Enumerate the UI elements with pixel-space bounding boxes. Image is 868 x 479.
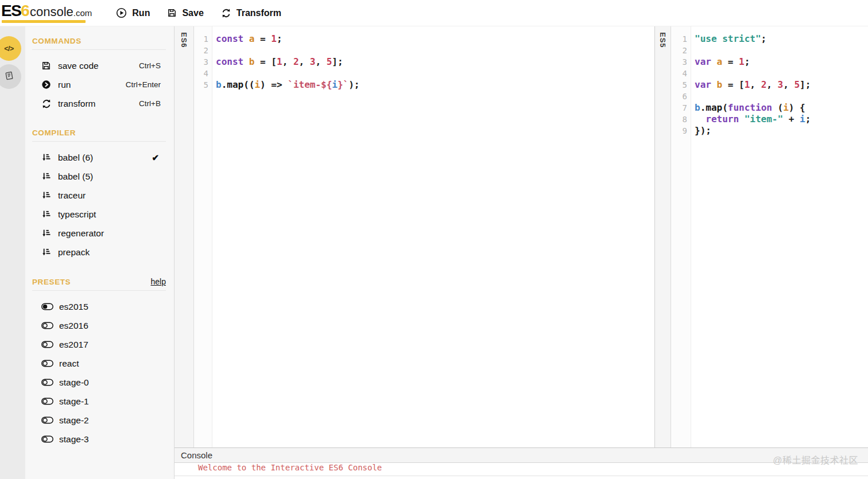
sort-icon	[41, 172, 58, 181]
sync-icon	[41, 99, 58, 109]
command-run[interactable]: runCtrl+Enter	[32, 75, 174, 94]
console-header[interactable]: Console	[175, 448, 868, 463]
toggle-off-icon	[41, 416, 59, 424]
compiler-label: babel (6)	[58, 153, 152, 163]
main-shell: </> COMMANDS save codeCtrl+SrunCtrl+Ente…	[0, 26, 868, 479]
line-number: 8	[671, 114, 687, 125]
logo-console: console	[30, 5, 73, 19]
logo[interactable]: ES6console.com	[1, 1, 94, 25]
compiler-label: typescript	[58, 209, 174, 220]
app-root: ES6console.com RunSaveTransform </> COMM…	[0, 0, 868, 26]
compiler-label: prepack	[58, 247, 174, 258]
code-line	[695, 91, 868, 102]
console-title: Console	[181, 450, 212, 460]
floppy-icon	[41, 61, 58, 71]
logo-six: 6	[21, 2, 30, 20]
console-output[interactable]: Welcome to the Interactive ES6 Console:h…	[175, 463, 868, 479]
preset-react[interactable]: react	[32, 354, 174, 373]
sort-icon	[41, 247, 58, 257]
command-label: run	[58, 80, 126, 90]
compiler-prepack[interactable]: prepack	[32, 243, 174, 262]
code-line: var b = [1, 2, 3, 5];	[695, 79, 868, 91]
preset-stage-1[interactable]: stage-1	[32, 392, 174, 411]
console-panel: Console Welcome to the Interactive ES6 C…	[175, 447, 868, 479]
preset-stage-3[interactable]: stage-3	[32, 430, 174, 449]
toggle-off-icon	[41, 435, 59, 443]
sort-icon	[41, 228, 58, 238]
line-number: 4	[671, 68, 687, 79]
preset-label: stage-3	[59, 434, 174, 445]
shortcut-label: Ctrl+B	[139, 99, 161, 108]
command-label: transform	[58, 99, 139, 109]
code-line: return "item-" + i;	[695, 114, 868, 125]
docs-panel-button[interactable]	[0, 64, 21, 89]
transform-button[interactable]: Transform	[221, 8, 281, 18]
commands-heading: COMMANDS	[32, 37, 82, 45]
toggle-off-icon	[41, 360, 59, 367]
icon-strip: </>	[0, 26, 25, 479]
es6-code-area[interactable]: const a = 1;const b = [1, 2, 3, 5];b.map…	[212, 26, 654, 447]
sort-icon	[41, 153, 58, 162]
presets-list: es2015es2016es2017reactstage-0stage-1sta…	[32, 297, 174, 449]
help-link[interactable]: help	[151, 277, 166, 286]
line-number: 2	[671, 45, 687, 56]
code-line: });	[695, 125, 868, 137]
book-icon	[4, 71, 14, 83]
console-entry-divider	[175, 476, 868, 476]
commands-section: COMMANDS save codeCtrl+SrunCtrl+Entertra…	[32, 33, 174, 113]
es6-editor: ES6 12345 const a = 1;const b = [1, 2, 3…	[175, 26, 654, 447]
compiler-section: COMPILER babel (6)✔babel (5)traceurtypes…	[32, 125, 174, 262]
run-button[interactable]: Run	[116, 7, 150, 18]
code-line	[216, 45, 654, 56]
presets-heading-row: PRESETS help	[32, 274, 166, 291]
logo-underline	[2, 20, 86, 23]
compiler-babel-6[interactable]: babel (6)✔	[32, 148, 174, 167]
editors: ES6 12345 const a = 1;const b = [1, 2, 3…	[175, 26, 868, 447]
es5-label-strip: ES5	[655, 26, 671, 447]
compiler-list: babel (6)✔babel (5)traceurtypescriptrege…	[32, 148, 174, 262]
toggle-off-icon	[41, 322, 59, 329]
es5-gutter: 123456789	[671, 26, 691, 447]
preset-label: es2017	[59, 340, 174, 350]
code-icon: </>	[4, 45, 14, 53]
preset-stage-2[interactable]: stage-2	[32, 411, 174, 430]
preset-stage-0[interactable]: stage-0	[32, 373, 174, 392]
compiler-typescript[interactable]: typescript	[32, 205, 174, 224]
compiler-label: regenerator	[58, 228, 174, 239]
commands-list: save codeCtrl+SrunCtrl+EntertransformCtr…	[32, 56, 174, 113]
shortcut-label: Ctrl+Enter	[126, 80, 161, 89]
compiler-traceur[interactable]: traceur	[32, 186, 174, 205]
compiler-regenerator[interactable]: regenerator	[32, 224, 174, 243]
code-line	[695, 45, 868, 56]
logo-es: ES	[1, 2, 21, 20]
line-number: 3	[671, 56, 687, 68]
compiler-label: traceur	[58, 190, 174, 201]
es6-label: ES6	[180, 32, 188, 48]
preset-es2015[interactable]: es2015	[32, 297, 174, 316]
save-button[interactable]: Save	[167, 8, 203, 18]
toggle-off-icon	[41, 379, 59, 386]
preset-es2016[interactable]: es2016	[32, 316, 174, 335]
compiler-babel-5[interactable]: babel (5)	[32, 167, 174, 186]
preset-label: stage-1	[59, 396, 174, 407]
preset-label: stage-2	[59, 415, 174, 426]
presets-section: PRESETS help es2015es2016es2017reactstag…	[32, 274, 174, 449]
es5-code-area[interactable]: "use strict";var a = 1;var b = [1, 2, 3,…	[691, 26, 868, 447]
command-label: save code	[58, 61, 139, 71]
es5-editor: ES5 123456789 "use strict";var a = 1;var…	[654, 26, 868, 447]
topbar: ES6console.com RunSaveTransform	[0, 0, 868, 26]
line-number: 7	[671, 102, 687, 114]
line-number: 1	[194, 33, 208, 45]
check-icon: ✔	[152, 153, 159, 163]
play-circle-outline-icon	[116, 7, 127, 18]
preset-es2017[interactable]: es2017	[32, 335, 174, 354]
line-number: 2	[194, 45, 208, 56]
line-number: 9	[671, 125, 687, 137]
command-transform[interactable]: transformCtrl+B	[32, 94, 174, 113]
command-save-code[interactable]: save codeCtrl+S	[32, 56, 174, 75]
toggle-off-icon	[41, 398, 59, 405]
toggle-on-icon	[41, 303, 59, 310]
es6-label-strip: ES6	[175, 26, 194, 447]
code-panel-button[interactable]: </>	[0, 36, 21, 61]
compiler-label: babel (5)	[58, 172, 174, 182]
